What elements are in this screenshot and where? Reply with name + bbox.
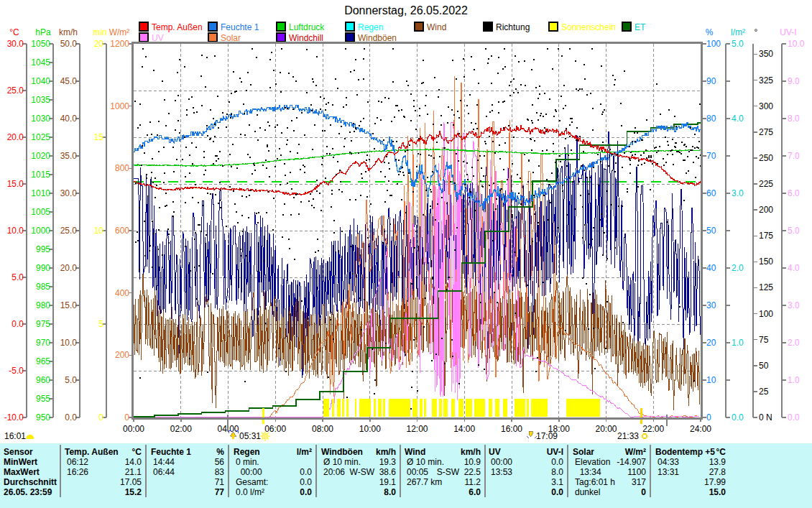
svg-text:N: N (766, 412, 772, 422)
svg-text:25: 25 (759, 387, 769, 397)
svg-text:14.0: 14.0 (125, 457, 142, 467)
svg-text:15: 15 (94, 132, 104, 142)
svg-text:14:00: 14:00 (453, 424, 475, 434)
svg-text:0.0: 0.0 (788, 412, 800, 422)
svg-text:9.0: 9.0 (788, 76, 800, 86)
svg-text:hPa: hPa (35, 27, 51, 37)
svg-text:7.0: 7.0 (788, 151, 800, 161)
svg-text:75: 75 (759, 335, 769, 345)
svg-text:4.0: 4.0 (788, 263, 800, 273)
svg-text:MinWert: MinWert (4, 457, 37, 467)
svg-text:40.0: 40.0 (60, 114, 78, 124)
svg-text:5.0: 5.0 (788, 226, 800, 236)
svg-text:21:33: 21:33 (617, 431, 639, 441)
svg-text:Durchschnitt: Durchschnitt (4, 477, 57, 487)
svg-text:Richtung: Richtung (496, 22, 530, 32)
svg-text:8.0: 8.0 (788, 114, 800, 124)
svg-text:955: 955 (36, 394, 50, 404)
svg-text:960: 960 (36, 375, 50, 385)
svg-text:20:00: 20:00 (595, 424, 617, 434)
svg-text:5: 5 (98, 319, 103, 329)
svg-text:1035: 1035 (31, 95, 50, 105)
svg-text:985: 985 (36, 282, 50, 292)
svg-text:1045: 1045 (31, 57, 50, 68)
svg-text:00:05: 00:05 (407, 467, 428, 477)
svg-text:0: 0 (641, 487, 646, 497)
svg-text:0 min.: 0 min. (236, 457, 259, 467)
svg-text:06:12: 06:12 (67, 457, 88, 467)
svg-text:UV: UV (489, 447, 501, 457)
svg-text:0.0: 0.0 (300, 487, 312, 497)
svg-text:3.0: 3.0 (732, 188, 744, 198)
svg-text:250: 250 (759, 153, 773, 163)
svg-text:80: 80 (706, 114, 716, 124)
svg-text:100: 100 (759, 309, 773, 319)
svg-text:Solar: Solar (221, 33, 241, 43)
svg-text:16:00: 16:00 (501, 424, 522, 434)
svg-text:2.0: 2.0 (732, 263, 744, 273)
svg-text:22.5: 22.5 (464, 467, 481, 477)
svg-text:Luftdruck: Luftdruck (289, 22, 325, 32)
svg-text:200: 200 (115, 350, 129, 360)
svg-text:20.0: 20.0 (7, 132, 24, 142)
svg-text:317: 317 (632, 477, 646, 487)
svg-text:1100: 1100 (627, 467, 646, 477)
svg-text:965: 965 (36, 356, 50, 366)
svg-text:W/m²: W/m² (625, 447, 646, 457)
svg-text:%: % (706, 27, 714, 37)
svg-text:5.0: 5.0 (65, 375, 77, 385)
svg-text:200: 200 (759, 205, 773, 215)
svg-text:16:26: 16:26 (67, 467, 88, 477)
svg-text:0: 0 (98, 412, 103, 422)
svg-text:S-SW: S-SW (437, 467, 460, 477)
svg-text:60: 60 (706, 188, 716, 198)
svg-text:Gesamt:: Gesamt: (236, 477, 268, 487)
svg-text:13:31: 13:31 (658, 467, 679, 477)
svg-text:l/m²: l/m² (731, 27, 745, 37)
svg-text:10.0: 10.0 (60, 338, 78, 348)
svg-text:8.0: 8.0 (551, 467, 563, 477)
svg-text:995: 995 (36, 244, 50, 254)
svg-text:Temp. Außen: Temp. Außen (65, 447, 119, 457)
svg-text:13:53: 13:53 (491, 467, 512, 477)
svg-text:1200: 1200 (110, 39, 129, 49)
svg-text:600: 600 (115, 226, 129, 236)
svg-text:4.0: 4.0 (732, 114, 744, 124)
svg-text:0.0 l/m²: 0.0 l/m² (236, 487, 264, 497)
svg-text:06:44: 06:44 (153, 467, 175, 477)
svg-text:dunkel: dunkel (575, 487, 600, 497)
svg-text:20:06: 20:06 (323, 467, 345, 477)
svg-text:70: 70 (706, 151, 716, 161)
svg-text:8.0: 8.0 (384, 487, 396, 497)
svg-text:0.0: 0.0 (551, 457, 563, 467)
svg-text:°C: °C (9, 27, 19, 37)
svg-text:km/h: km/h (461, 447, 481, 457)
svg-text:325: 325 (759, 75, 773, 86)
svg-text:l/m²: l/m² (297, 447, 312, 457)
svg-text:Wind: Wind (405, 447, 425, 457)
svg-text:100: 100 (706, 39, 721, 49)
svg-text:83: 83 (215, 467, 225, 477)
svg-text:-14.907: -14.907 (617, 457, 646, 467)
svg-text:1030: 1030 (31, 114, 50, 124)
svg-text:08:00: 08:00 (312, 424, 333, 434)
svg-text:50: 50 (706, 226, 716, 236)
svg-text:1000: 1000 (31, 226, 50, 236)
svg-text:Feuchte 1: Feuchte 1 (221, 22, 259, 32)
svg-text:350: 350 (759, 49, 773, 59)
svg-text:6.0: 6.0 (788, 188, 800, 198)
svg-text:min: min (93, 27, 106, 37)
svg-text:35.0: 35.0 (60, 151, 78, 161)
svg-text:10: 10 (94, 226, 104, 236)
svg-text:71: 71 (215, 477, 225, 487)
svg-text:1025: 1025 (31, 132, 50, 142)
svg-text:25.0: 25.0 (60, 226, 78, 236)
svg-text:UV-I: UV-I (547, 447, 563, 457)
svg-text:275: 275 (759, 127, 773, 137)
svg-text:267.7 km: 267.7 km (407, 477, 442, 487)
svg-text:17.05: 17.05 (120, 477, 142, 487)
svg-text:UV-I: UV-I (780, 27, 796, 37)
svg-text:38.6: 38.6 (379, 467, 397, 477)
svg-text:Ø 10 min.: Ø 10 min. (323, 457, 361, 467)
svg-text:%: % (216, 447, 224, 457)
